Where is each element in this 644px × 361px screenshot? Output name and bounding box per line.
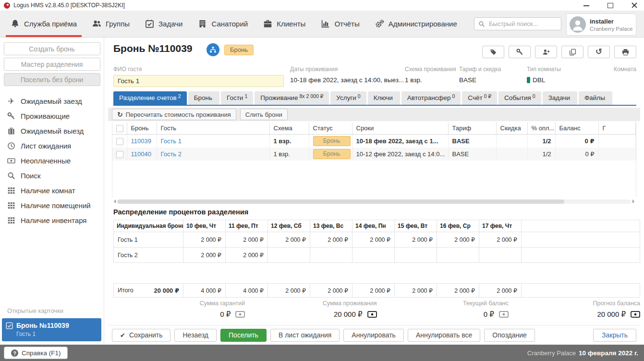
row-checkbox[interactable] <box>116 151 123 158</box>
stay-dates-field: Даты проживания 10-18 фев 2022, заезд с … <box>290 66 404 84</box>
main-nav: Служба приёма Группы Задачи Санаторий Кл… <box>0 11 644 37</box>
scrollbar-thumb[interactable] <box>117 199 564 204</box>
sidebar-item-room-availability[interactable]: Наличие комнат <box>0 183 104 198</box>
tag-icon <box>490 49 497 56</box>
tab-services[interactable]: Услуги0 <box>330 91 366 105</box>
keys-button[interactable] <box>509 46 531 58</box>
guest-link[interactable]: Гость 2 <box>161 150 182 158</box>
copy-button[interactable] <box>561 46 583 58</box>
scroll-left-icon[interactable] <box>112 199 116 203</box>
help-button[interactable]: Справка (F1) <box>4 347 68 359</box>
tag-button[interactable] <box>482 46 504 58</box>
guest-name-input[interactable] <box>113 75 284 87</box>
to-waitlist-button[interactable]: В лист ожидания <box>270 329 340 342</box>
nav-label: Отчёты <box>334 20 359 28</box>
status-badge: Бронь <box>313 136 351 146</box>
booking-number-link[interactable]: 110039 <box>131 137 151 145</box>
building-icon <box>198 19 207 28</box>
nav-item-administration[interactable]: Администрирование <box>375 11 457 37</box>
distribution-row[interactable]: Гость 2 2 000 ₽ 2 000 ₽ <box>114 248 640 263</box>
row-checkbox[interactable] <box>116 138 123 145</box>
users-icon <box>92 19 101 28</box>
close-icon[interactable] <box>632 2 637 8</box>
check-in-button[interactable]: Поселить <box>220 329 267 342</box>
checkin-without-booking-button[interactable]: Поселить без брони <box>4 73 100 86</box>
sidebar-item-search[interactable]: Поиск <box>0 168 104 183</box>
bookings-table-wrap: Бронь Гость Схема Статус Сроки Тариф Ски… <box>112 122 636 197</box>
nav-item-sanatorium[interactable]: Санаторий <box>198 11 248 37</box>
window-titlebar: Logus HMS v2.8.45.0 [DESKTOP-38SJ2KI] <box>0 0 644 11</box>
split-toolbar: Пересчитать стоимость проживания Слить б… <box>108 108 640 121</box>
cancel-button[interactable]: Аннулировать <box>343 329 404 342</box>
scroll-right-icon[interactable] <box>632 199 636 203</box>
status-badge: Бронь <box>224 45 254 55</box>
tab-transfer[interactable]: Автотрансфер0 <box>401 91 461 105</box>
money-icon <box>235 311 245 318</box>
minimize-icon[interactable] <box>583 2 589 8</box>
sidebar-item-expected-departure[interactable]: Ожидаемый выезд <box>0 124 104 138</box>
bar-chart-icon <box>321 19 330 28</box>
print-button[interactable] <box>614 46 636 58</box>
tab-files[interactable]: Файлы <box>579 91 612 105</box>
group-link-icon[interactable] <box>207 43 219 56</box>
nav-item-reception[interactable]: Служба приёма <box>11 11 77 37</box>
total-sum: 20 000 ₽ <box>154 287 179 294</box>
tab-accommodation[interactable]: Проживание8x 2 000 ₽ <box>255 91 329 105</box>
user-menu[interactable]: installer Cranberry Palace <box>566 13 636 36</box>
tab-guests[interactable]: Гости1 <box>221 91 253 105</box>
quick-search-input[interactable] <box>488 20 553 28</box>
totals-summary: Сумма гарантий 0 ₽ Сумма проживания 20 0… <box>113 300 640 319</box>
card-tabs: Разделение счетов2 Бронь Гости1 Проживан… <box>113 91 636 105</box>
cancel-all-button[interactable]: Аннулировать все <box>408 329 480 342</box>
late-button[interactable]: Опоздание <box>484 329 535 342</box>
select-all-checkbox[interactable] <box>116 125 123 132</box>
add-guest-button[interactable] <box>535 46 557 58</box>
sidebar-item-inventory-availability[interactable]: Наличие инвентаря <box>0 213 104 228</box>
nav-label: Группы <box>106 20 130 28</box>
distribution-row[interactable]: Гость 1 2 000 ₽ 2 000 ₽ 2 000 ₽ 2 000 ₽ … <box>114 232 640 248</box>
tabs-underline <box>113 105 636 106</box>
forecast-balance: Прогноз баланса 20 000 ₽ <box>509 300 640 319</box>
nav-label: Служба приёма <box>24 20 77 28</box>
sidebar-item-unpaid[interactable]: Неоплаченные <box>0 153 104 168</box>
recalculate-cost-button[interactable]: Пересчитать стоимость проживания <box>112 109 236 120</box>
room-field: Комната <box>614 66 636 76</box>
save-button[interactable]: Сохранить <box>112 329 170 342</box>
nav-label: Санаторий <box>211 20 248 28</box>
maximize-icon[interactable] <box>608 2 613 8</box>
history-button[interactable] <box>588 46 610 58</box>
key-icon <box>7 112 15 120</box>
merge-bookings-button[interactable]: Слить брони <box>240 109 288 120</box>
nav-item-tasks[interactable]: Задачи <box>145 11 182 37</box>
nav-item-clients[interactable]: Клиенты <box>263 11 305 37</box>
tab-invoice[interactable]: Счёт0 ₽ <box>462 91 497 105</box>
distribution-total-row: Итого20 000 ₽ 4 000 ₽ 4 000 ₽ 2 000 ₽ 2 … <box>114 284 640 298</box>
close-card-button[interactable]: Закрыть <box>593 329 636 342</box>
nav-label: Администрирование <box>389 20 457 28</box>
nav-item-groups[interactable]: Группы <box>92 11 130 37</box>
tab-tasks[interactable]: Задачи <box>543 91 577 105</box>
tab-events[interactable]: События0 <box>498 91 541 105</box>
booking-row[interactable]: 110039 Гость 1 1 взр. Бронь 10-18 фев 20… <box>112 135 636 148</box>
sidebar-item-expected-arrival[interactable]: Ожидаемый заезд <box>0 94 104 109</box>
sidebar-item-waitlist[interactable]: Лист ожидания <box>0 138 104 153</box>
open-card-booking[interactable]: Бронь №110039 Гость 1 <box>2 318 101 341</box>
money-icon <box>367 311 377 318</box>
user-property: Cranberry Palace <box>590 26 632 32</box>
split-wizard-button[interactable]: Мастер разделения <box>4 58 100 71</box>
sidebar-item-space-availability[interactable]: Наличие помещений <box>0 198 104 213</box>
print-icon <box>622 49 629 56</box>
booking-row[interactable]: 110040 Гость 2 1 взр. Бронь 10-12 фев 20… <box>112 148 636 161</box>
no-show-button[interactable]: Незаезд <box>174 329 217 342</box>
tab-booking[interactable]: Бронь <box>188 91 219 105</box>
booking-number-link[interactable]: 110040 <box>131 150 151 158</box>
tab-keys[interactable]: Ключи <box>368 91 400 105</box>
create-booking-button[interactable]: Создать бронь <box>4 42 100 55</box>
tab-split-bills[interactable]: Разделение счетов2 <box>113 91 187 105</box>
guest-link[interactable]: Гость 1 <box>161 137 182 145</box>
sidebar-item-residents[interactable]: Проживающие <box>0 109 104 124</box>
open-cards-label: Открытые карточки <box>0 307 104 318</box>
nav-item-reports[interactable]: Отчёты <box>321 11 359 37</box>
distribution-header-row: Индивидуальная бронь 10 фев, Чт 11 фев, … <box>114 220 640 232</box>
open-cards: Открытые карточки Бронь №110039 Гость 1 <box>0 307 104 341</box>
